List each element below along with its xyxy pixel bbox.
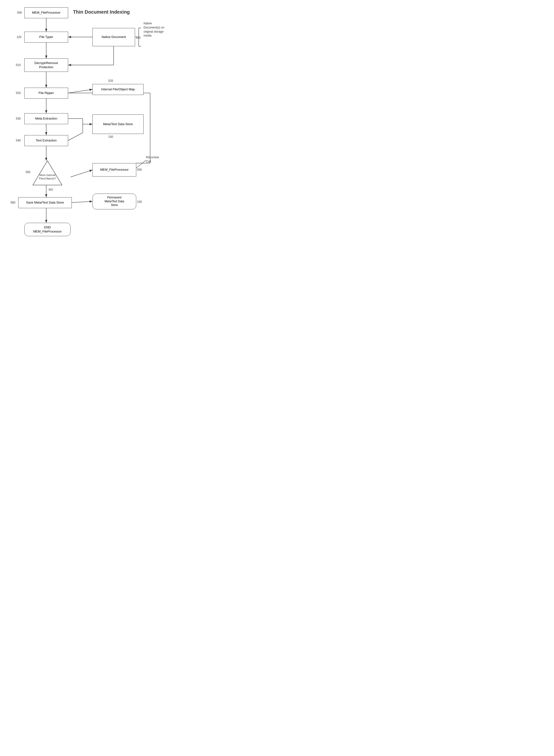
more-internal-ref: 550 (25, 170, 31, 174)
native-document-box: Native Document (93, 28, 135, 46)
meta-extraction-box: Meta Extraction (24, 113, 68, 124)
save-meta-label: Save Meta/Text Data Store (26, 201, 64, 205)
file-typer-label: File Typer (40, 35, 53, 39)
mem-fileprocessor-mid-box: MEM_FileProcessor (93, 163, 136, 177)
mem-fileprocessor-mid-label: MEM_FileProcessor (100, 168, 128, 172)
mem-fileprocessor-top-box: MEM_FileProcessor (24, 7, 68, 18)
internal-file-map-label: Internal File/Object Map (101, 87, 135, 92)
decrypt-remove-ref: 510 (16, 63, 21, 67)
svg-line-18 (70, 170, 93, 177)
permanent-datastore-ref: 150 (137, 200, 142, 204)
svg-text:Files/Objects?: Files/Objects? (39, 177, 56, 180)
end-mem-label: END MEM_FileProcessor (33, 225, 62, 234)
file-ripper-ref: 520 (16, 91, 21, 95)
text-extraction-box: Text Extraction (24, 135, 68, 146)
decrypt-remove-label: Decrypt/Remove Protection (35, 61, 58, 69)
save-meta-box: Save Meta/Text Data Store (18, 197, 72, 208)
text-extraction-ref: 540 (16, 139, 21, 142)
meta-extraction-ref: 530 (16, 117, 21, 120)
native-document-label: Native Document (102, 35, 126, 39)
more-internal-triangle: More Internal Files/Objects? (32, 159, 63, 186)
save-meta-ref: 560 (10, 201, 15, 204)
diagram-container: Thin Document Indexing MEM_FileProcessor… (0, 0, 185, 252)
recursive-call-annotation: Recursive Call (146, 155, 159, 164)
permanent-datastore-label: Permanent Meta/Text Data Store (105, 196, 124, 207)
end-mem-box: END MEM_FileProcessor (24, 223, 70, 236)
mem-fileprocessor-mid-ref: 500 (137, 168, 142, 171)
meta-text-datastore-label: Meta/Text Data Store (103, 122, 133, 127)
file-typer-ref: 120 (16, 35, 21, 39)
svg-line-14 (68, 133, 83, 141)
mem-fileprocessor-top-ref: 500 (17, 11, 22, 14)
internal-file-map-box: Internal File/Object Map (93, 84, 144, 95)
meta-text-datastore-ref: 150 (108, 135, 113, 139)
mem-fileprocessor-top-label: MEM_FileProcessor (32, 11, 60, 15)
file-typer-box: File Typer (24, 32, 68, 43)
svg-text:More Internal: More Internal (40, 173, 55, 177)
svg-line-23 (72, 201, 93, 203)
meta-text-datastore-box: Meta/Text Data Store (93, 114, 144, 134)
svg-marker-27 (33, 161, 62, 185)
meta-extraction-label: Meta Extraction (35, 117, 57, 121)
no-label: NO (49, 188, 53, 191)
diagram-title: Thin Document Indexing (73, 9, 130, 15)
decrypt-remove-box: Decrypt/Remove Protection (24, 58, 68, 72)
internal-file-map-ref: 525 (108, 79, 113, 83)
svg-line-25 (136, 160, 146, 168)
file-ripper-box: File Ripper (24, 88, 68, 99)
file-ripper-label: File Ripper (39, 91, 54, 95)
native-document-ref: 100 (136, 36, 141, 40)
svg-line-10 (68, 89, 93, 93)
native-doc-annotation: Native Document(s) on original storage m… (144, 21, 164, 38)
text-extraction-label: Text Extraction (36, 139, 56, 143)
permanent-datastore-box: Permanent Meta/Text Data Store (93, 194, 136, 209)
